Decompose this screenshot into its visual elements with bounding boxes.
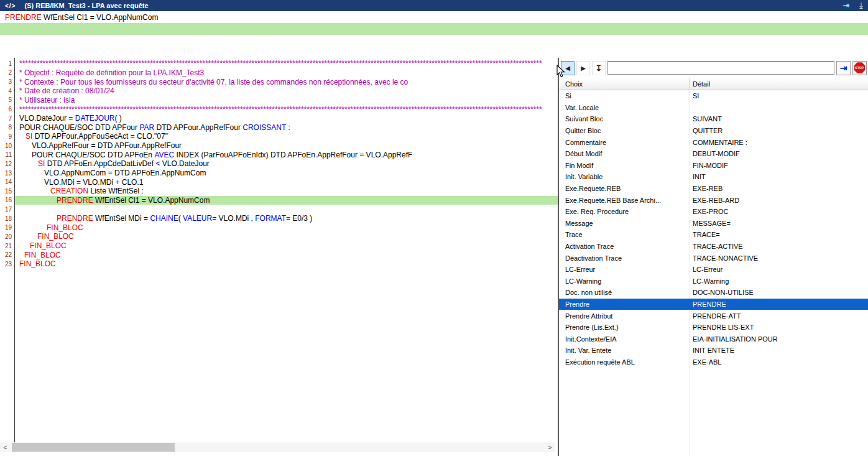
palette-row[interactable]: LC-ErreurLC-Erreur [559, 264, 868, 276]
code-line[interactable]: 22FIN_BLOC [0, 250, 558, 259]
line-number: 7 [0, 114, 15, 123]
column-header-choix[interactable]: Choix [559, 78, 690, 90]
code-line[interactable]: 7VLO.DateJour = DATEJOUR( ) [0, 114, 558, 123]
palette-choix-cell: Doc. non utilisé [559, 289, 690, 296]
code-line[interactable]: 12SI DTD APFoEn.AppCdeDatLivDef < VLO.Da… [0, 159, 558, 169]
palette-choix-cell: Var. Locale [559, 104, 690, 111]
line-number: 17 [0, 205, 15, 214]
jump-to-end-icon[interactable]: ⇥ [843, 1, 849, 11]
code-line[interactable]: 9SI DTD APFour.AppFouSecAct = CLO."07" [0, 132, 558, 141]
palette-row[interactable]: Init. VariableINIT [559, 171, 868, 183]
current-statement-line[interactable]: PRENDRE WfEntSel Cl1 = VLO.AppNumCom [0, 11, 868, 23]
code-token: < [155, 159, 160, 168]
forward-button[interactable]: ▶ [576, 61, 590, 75]
palette-row[interactable]: Suivant BlocSUIVANT [559, 113, 868, 125]
jump-to-bottom-icon[interactable]: ⤓ [859, 1, 863, 11]
palette-row[interactable]: Prendre (Lis.Ext.)PRENDRE LIS-EXT [559, 322, 868, 333]
palette-header: Choix Détail [559, 78, 868, 90]
code-line[interactable]: 14VLO.MDi = VLO.MDi + CLO.1 [0, 177, 558, 187]
insert-down-button[interactable]: ↧ [592, 61, 606, 75]
scrollbar-thumb[interactable] [12, 443, 175, 452]
code-token: AVEC [154, 151, 174, 159]
code-text: POUR CHAQUE/SOC DTD APFoEn AVEC INDEX (P… [15, 150, 558, 159]
code-line[interactable]: 3* Contexte : Pour tous les fournisseurs… [0, 77, 558, 86]
code-token: * Contexte : Pour tous les fournisseurs … [19, 78, 408, 86]
palette-row[interactable]: Fin ModifFIN-MODIF [559, 160, 868, 172]
scroll-right-arrow[interactable]: > [545, 442, 555, 452]
code-text: POUR CHAQUE/SOC DTD APFour PAR DTD APFou… [15, 123, 558, 132]
code-line[interactable]: 15CREATION Liste WfEntSel : [0, 187, 558, 196]
line-number: 4 [0, 86, 15, 96]
search-input[interactable] [607, 61, 834, 75]
code-token: PAR [139, 123, 154, 132]
palette-detail-cell: INIT ENTETE [690, 347, 868, 354]
code-line[interactable]: 18PRENDRE WfEntSel MDi = CHAINE( VALEUR=… [0, 214, 558, 223]
palette-row[interactable]: Doc. non utiliséDOC-NON-UTILISE [559, 287, 868, 299]
code-line[interactable]: 21FIN_BLOC [0, 241, 558, 251]
palette-choix-cell: Quitter Bloc [559, 127, 690, 134]
back-button[interactable]: ◀ [561, 61, 575, 75]
palette-row[interactable]: Init.Contexte/EIAEIA-INITIALISATION POUR [559, 333, 868, 345]
statement-palette-table: Choix Détail SiSIVar. LocaleSuivant Bloc… [559, 78, 868, 456]
code-text: CREATION Liste WfEntSel : [15, 187, 558, 196]
palette-row[interactable]: LC-WarningLC-Warning [559, 276, 868, 287]
palette-row[interactable]: Exe.Requete.REB Base Archi...EXE-REB-ARD [559, 194, 868, 206]
code-line[interactable]: 20FIN_BLOC [0, 232, 558, 241]
code-editor-panel[interactable]: 1***************************************… [0, 58, 558, 456]
palette-choix-cell: Commentaire [559, 139, 690, 146]
code-text: VLO.AppNumCom = DTD APFoEn.AppNumCom [15, 169, 558, 178]
palette-row[interactable]: TraceTRACE= [559, 229, 868, 241]
palette-detail-cell: SUIVANT [690, 115, 868, 123]
palette-choix-cell: Prendre [559, 300, 690, 308]
palette-choix-cell: LC-Warning [559, 277, 690, 285]
code-token: SI [25, 132, 32, 141]
code-line[interactable]: 6***************************************… [0, 105, 558, 114]
line-number: 21 [0, 241, 15, 251]
code-line[interactable]: 19FIN_BLOC [0, 223, 558, 233]
code-line[interactable]: 4* Date de création : 08/01/24 [0, 86, 558, 96]
code-line[interactable]: 13VLO.AppNumCom = DTD APFoEn.AppNumCom [0, 169, 558, 178]
palette-choix-cell: Init.Contexte/EIA [559, 335, 690, 343]
palette-row[interactable]: Exe. Req. ProcedureEXE-PROC [559, 206, 868, 218]
code-text: FIN_BLOC [15, 241, 558, 251]
insertion-highlight-line[interactable] [0, 23, 868, 35]
stop-button[interactable]: STOP [852, 61, 867, 75]
palette-detail-cell: LC-Erreur [690, 266, 868, 273]
code-line[interactable]: 23FIN_BLOC [0, 259, 558, 269]
palette-row[interactable]: Var. Locale [559, 102, 868, 114]
code-line[interactable]: 1***************************************… [0, 59, 558, 68]
scroll-left-arrow[interactable]: < [0, 442, 11, 452]
palette-detail-cell: EXE-PROC [690, 208, 868, 215]
palette-row[interactable]: Init. Var. EnteteINIT ENTETE [559, 345, 868, 356]
palette-row[interactable]: CommentaireCOMMENTAIRE : [559, 136, 868, 148]
palette-rows: SiSIVar. LocaleSuivant BlocSUIVANTQuitte… [559, 90, 868, 368]
code-token: FORMAT= [255, 214, 290, 223]
code-token: CLO.1 [119, 178, 143, 187]
palette-row[interactable]: Début ModifDEBUT-MODIF [559, 148, 868, 160]
palette-row[interactable]: Déactivation TraceTRACE-NONACTIVE [559, 252, 868, 264]
line-number: 9 [0, 132, 15, 141]
code-line[interactable]: 11POUR CHAQUE/SOC DTD APFoEn AVEC INDEX … [0, 150, 558, 159]
code-line[interactable]: 17 [0, 205, 558, 214]
palette-row[interactable]: MessageMESSAGE= [559, 218, 868, 230]
palette-row[interactable]: Quitter BlocQUITTER [559, 125, 868, 137]
palette-row[interactable]: SiSI [559, 90, 868, 102]
go-button[interactable]: ⇥ [836, 61, 851, 75]
code-line[interactable]: 8POUR CHAQUE/SOC DTD APFour PAR DTD APFo… [0, 123, 558, 132]
code-line[interactable]: 10VLO.AppRefFour = DTD APFour.AppRefFour [0, 141, 558, 151]
horizontal-scrollbar[interactable]: < > [0, 442, 555, 452]
code-line[interactable]: 2* Objectif : Requête de définition pour… [0, 68, 558, 78]
palette-row[interactable]: Exe.Requete.REBEXE-REB [559, 183, 868, 195]
code-token: DTD APFoEn.AppCdeDatLivDef [45, 159, 155, 168]
palette-row[interactable]: Prendre AttributPRENDRE-ATT [559, 310, 868, 322]
line-number: 10 [0, 141, 15, 151]
palette-row[interactable]: Exécution requête ABLEXE-ABL [559, 356, 868, 368]
code-token: VLO.MDi , [216, 214, 255, 223]
code-line[interactable]: 5* Utilisateur : isia [0, 96, 558, 105]
code-line[interactable]: 16PRENDRE WfEntSel Cl1 = VLO.AppNumCom [0, 196, 558, 205]
column-header-detail[interactable]: Détail [690, 78, 868, 90]
code-text: PRENDRE WfEntSel Cl1 = VLO.AppNumCom [15, 196, 558, 205]
code-text: * Date de création : 08/01/24 [15, 86, 558, 96]
palette-row[interactable]: Activation TraceTRACE-ACTIVE [559, 241, 868, 253]
palette-row[interactable]: PrendrePRENDRE [559, 299, 868, 310]
